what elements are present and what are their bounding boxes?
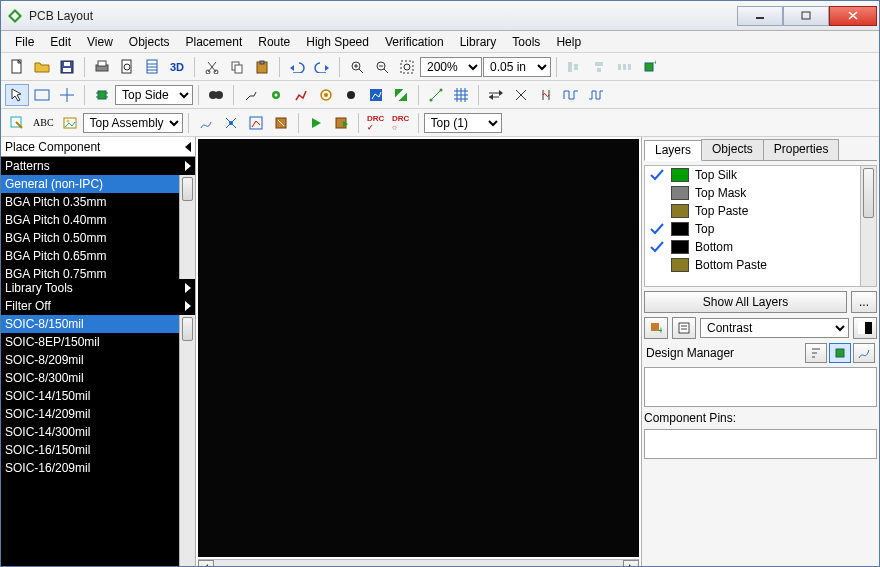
layer-color-swatch[interactable] bbox=[671, 168, 689, 182]
layer-color-swatch[interactable] bbox=[671, 240, 689, 254]
zoom-out-icon[interactable] bbox=[370, 56, 394, 78]
patterns-list-item[interactable]: BGA Pitch 0.75mm bbox=[1, 265, 195, 279]
distribute-icon[interactable] bbox=[612, 56, 636, 78]
menu-tools[interactable]: Tools bbox=[504, 33, 548, 51]
picture-icon[interactable] bbox=[58, 112, 82, 134]
canvas-hscroll[interactable] bbox=[198, 559, 639, 567]
layer-color-swatch[interactable] bbox=[671, 186, 689, 200]
footprints-list-item[interactable]: SOIC-8/150mil bbox=[1, 315, 195, 333]
layer-row[interactable]: Bottom bbox=[645, 238, 876, 256]
copy-icon[interactable] bbox=[225, 56, 249, 78]
paste-icon[interactable] bbox=[250, 56, 274, 78]
patterns-list-item[interactable]: General (non-IPC) bbox=[1, 175, 195, 193]
square-wave2-icon[interactable] bbox=[584, 84, 608, 106]
zoom-in-icon[interactable] bbox=[345, 56, 369, 78]
save-icon[interactable] bbox=[55, 56, 79, 78]
layer-row[interactable]: Top Mask bbox=[645, 184, 876, 202]
component-pins-box[interactable] bbox=[644, 429, 877, 459]
menu-edit[interactable]: Edit bbox=[42, 33, 79, 51]
patterns-list-item[interactable]: BGA Pitch 0.65mm bbox=[1, 247, 195, 265]
swap-pins-icon[interactable] bbox=[534, 84, 558, 106]
layer-row[interactable]: Top Paste bbox=[645, 202, 876, 220]
region-icon[interactable] bbox=[364, 84, 388, 106]
menu-objects[interactable]: Objects bbox=[121, 33, 178, 51]
layer-visible-check[interactable] bbox=[649, 241, 665, 253]
footprints-list-item[interactable]: SOIC-8/300mil bbox=[1, 369, 195, 387]
layer-row[interactable]: Bottom Paste bbox=[645, 256, 876, 274]
board-to-route-icon[interactable] bbox=[244, 112, 268, 134]
dm-net-icon[interactable] bbox=[853, 343, 875, 363]
layer-color-swatch[interactable] bbox=[671, 258, 689, 272]
edit-props-icon[interactable] bbox=[5, 112, 29, 134]
assembly-select[interactable]: Top Assembly bbox=[83, 113, 183, 133]
undo-icon[interactable] bbox=[285, 56, 309, 78]
origin-icon[interactable] bbox=[55, 84, 79, 106]
color-scheme-button[interactable] bbox=[853, 317, 877, 339]
drc-icon[interactable]: DRC✓ bbox=[364, 112, 388, 134]
footprints-list-item[interactable]: SOIC-16/150mil bbox=[1, 441, 195, 459]
open-file-icon[interactable] bbox=[30, 56, 54, 78]
footprints-list-item[interactable]: SOIC-8EP/150mil bbox=[1, 333, 195, 351]
board-outline-icon[interactable] bbox=[30, 84, 54, 106]
swap-cross-icon[interactable] bbox=[509, 84, 533, 106]
print-icon[interactable] bbox=[90, 56, 114, 78]
patterns-list-item[interactable]: BGA Pitch 0.50mm bbox=[1, 229, 195, 247]
routed-board-icon[interactable] bbox=[269, 112, 293, 134]
chip-icon[interactable] bbox=[90, 84, 114, 106]
tab-properties[interactable]: Properties bbox=[763, 139, 840, 160]
layer-visible-check[interactable] bbox=[649, 169, 665, 181]
top-layer-select[interactable]: Top (1) bbox=[424, 113, 502, 133]
patterns-section-header[interactable]: Patterns bbox=[1, 157, 195, 175]
footprints-list-item[interactable]: SOIC-14/209mil bbox=[1, 405, 195, 423]
align-center-icon[interactable] bbox=[587, 56, 611, 78]
footprints-list-item[interactable]: SOIC-14/300mil bbox=[1, 423, 195, 441]
fill-icon[interactable] bbox=[389, 84, 413, 106]
select-tool-icon[interactable] bbox=[5, 84, 29, 106]
menu-highspeed[interactable]: High Speed bbox=[298, 33, 377, 51]
zoom-select[interactable]: 200% bbox=[420, 57, 482, 77]
menu-verification[interactable]: Verification bbox=[377, 33, 452, 51]
menu-placement[interactable]: Placement bbox=[178, 33, 251, 51]
footprints-list-item[interactable]: SOIC-14/150mil bbox=[1, 387, 195, 405]
zoom-window-icon[interactable] bbox=[395, 56, 419, 78]
layer-row[interactable]: Top bbox=[645, 220, 876, 238]
contrast-select[interactable]: Contrast bbox=[700, 318, 849, 338]
via-icon[interactable] bbox=[314, 84, 338, 106]
titleblock-icon[interactable] bbox=[140, 56, 164, 78]
tab-objects[interactable]: Objects bbox=[701, 139, 764, 160]
maximize-button[interactable] bbox=[783, 6, 829, 26]
layer-color-swatch[interactable] bbox=[671, 204, 689, 218]
design-manager-box[interactable] bbox=[644, 367, 877, 407]
dm-sort-icon[interactable] bbox=[805, 343, 827, 363]
layer-props-button[interactable] bbox=[672, 317, 696, 339]
route-manual-icon[interactable] bbox=[239, 84, 263, 106]
new-file-icon[interactable] bbox=[5, 56, 29, 78]
pcb-canvas[interactable] bbox=[198, 139, 639, 557]
footprints-scrollbar[interactable] bbox=[179, 315, 195, 567]
footprints-list-item[interactable]: SOIC-16/209mil bbox=[1, 459, 195, 477]
redo-icon[interactable] bbox=[310, 56, 334, 78]
menu-view[interactable]: View bbox=[79, 33, 121, 51]
patterns-list[interactable]: General (non-IPC)BGA Pitch 0.35mmBGA Pit… bbox=[1, 175, 195, 279]
net-tool-icon[interactable] bbox=[194, 112, 218, 134]
minimize-button[interactable] bbox=[737, 6, 783, 26]
swap-h-icon[interactable] bbox=[484, 84, 508, 106]
3d-view-button[interactable]: 3D bbox=[165, 56, 189, 78]
collapse-icon[interactable] bbox=[185, 142, 191, 152]
patterns-list-item[interactable]: BGA Pitch 0.40mm bbox=[1, 211, 195, 229]
footprints-list[interactable]: SOIC-8/150milSOIC-8EP/150milSOIC-8/209mi… bbox=[1, 315, 195, 567]
new-component-icon[interactable]: + bbox=[637, 56, 661, 78]
add-layer-button[interactable]: + bbox=[644, 317, 668, 339]
grid-select[interactable]: 0.05 in bbox=[483, 57, 551, 77]
close-button[interactable] bbox=[829, 6, 877, 26]
show-all-layers-button[interactable]: Show All Layers bbox=[644, 291, 847, 313]
layer-side-select[interactable]: Top Side bbox=[115, 85, 193, 105]
grid-icon[interactable] bbox=[449, 84, 473, 106]
run-drc-icon[interactable] bbox=[329, 112, 353, 134]
dot-icon[interactable] bbox=[339, 84, 363, 106]
dm-chip-icon[interactable] bbox=[829, 343, 851, 363]
text-icon[interactable]: ABC bbox=[30, 112, 57, 134]
footprints-list-item[interactable]: SOIC-8/209mil bbox=[1, 351, 195, 369]
library-tools-header[interactable]: Library Tools bbox=[1, 279, 195, 297]
scroll-right-icon[interactable] bbox=[623, 560, 639, 567]
